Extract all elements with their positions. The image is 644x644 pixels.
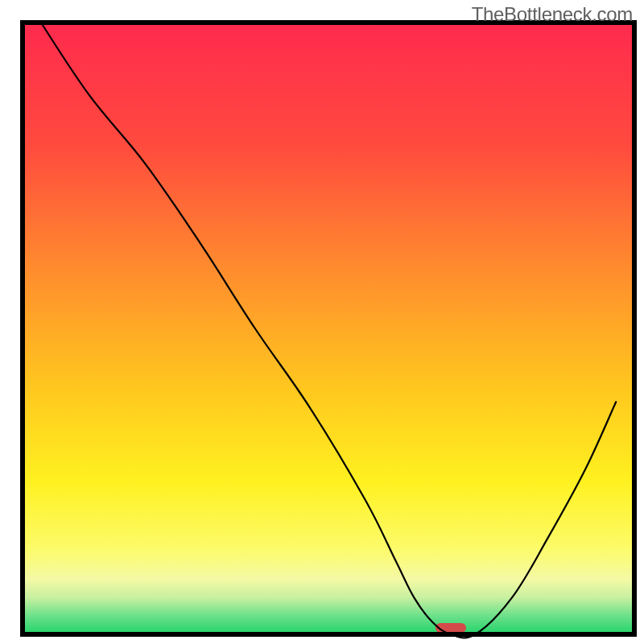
plot-area	[23, 23, 634, 634]
optimal-marker	[436, 623, 466, 633]
bottleneck-chart	[0, 0, 644, 644]
watermark-label: TheBottleneck.com	[472, 3, 633, 26]
